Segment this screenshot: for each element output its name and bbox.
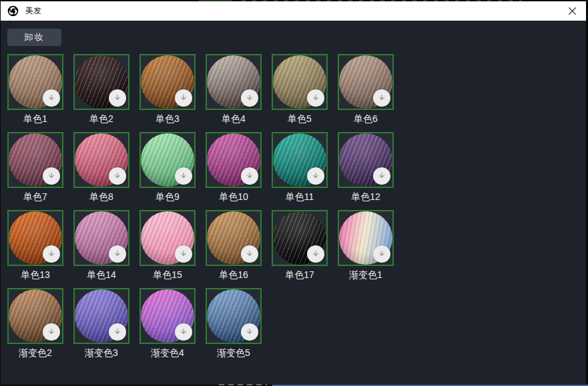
hair-style-tile[interactable] — [139, 288, 196, 344]
hair-style-label: 单色6 — [338, 113, 394, 125]
hair-style-tile[interactable] — [272, 54, 328, 110]
download-button[interactable] — [307, 245, 324, 263]
download-button[interactable] — [43, 245, 60, 263]
download-button[interactable] — [109, 167, 126, 185]
hair-style-label: 单色17 — [272, 269, 328, 281]
hair-style-item[interactable]: 单色10 — [206, 132, 262, 203]
hair-style-tile[interactable] — [7, 54, 63, 110]
hair-style-tile[interactable] — [7, 210, 63, 266]
hair-style-tile[interactable] — [206, 132, 262, 188]
hair-style-tile[interactable] — [139, 132, 196, 188]
download-arrow-icon — [245, 171, 254, 181]
hair-style-item[interactable]: 单色4 — [206, 54, 262, 125]
hair-style-tile[interactable] — [73, 54, 129, 110]
hair-style-item[interactable]: 单色7 — [7, 132, 63, 203]
hair-style-item[interactable]: 渐变色5 — [206, 288, 262, 359]
hair-style-item[interactable]: 渐变色1 — [338, 210, 394, 281]
hair-style-item[interactable]: 单色15 — [139, 210, 196, 281]
dialog-body: 卸妆 单色1 单色2 — [1, 21, 586, 384]
download-button[interactable] — [43, 167, 60, 185]
download-button[interactable] — [109, 89, 126, 107]
hair-style-item[interactable]: 单色12 — [338, 132, 394, 203]
hair-style-item[interactable]: 单色1 — [7, 54, 63, 125]
download-button[interactable] — [175, 245, 192, 263]
download-arrow-icon — [245, 327, 254, 337]
hair-style-label: 单色4 — [206, 113, 262, 125]
download-button[interactable] — [43, 323, 60, 341]
download-button[interactable] — [43, 89, 60, 107]
hair-style-tile[interactable] — [73, 132, 129, 188]
hair-style-tile[interactable] — [206, 210, 262, 266]
hair-style-tile[interactable] — [73, 210, 129, 266]
hair-style-label: 渐变色1 — [338, 269, 394, 281]
hair-style-label: 单色3 — [139, 113, 196, 125]
hair-style-item[interactable]: 单色5 — [272, 54, 328, 125]
hair-style-item[interactable]: 单色6 — [338, 54, 394, 125]
close-button[interactable] — [562, 2, 582, 19]
download-button[interactable] — [241, 323, 258, 341]
download-button[interactable] — [109, 245, 126, 263]
hair-style-label: 渐变色5 — [206, 347, 262, 359]
hair-style-item[interactable]: 单色9 — [139, 132, 196, 203]
hair-style-label: 单色12 — [338, 191, 394, 203]
hair-style-item[interactable]: 单色3 — [139, 54, 196, 125]
hair-style-label: 单色2 — [73, 113, 129, 125]
download-button[interactable] — [373, 245, 390, 263]
hair-style-label: 单色11 — [272, 191, 328, 203]
hair-style-tile[interactable] — [338, 210, 394, 266]
download-arrow-icon — [311, 249, 320, 259]
hair-style-tile[interactable] — [73, 288, 129, 344]
hair-style-label: 渐变色2 — [7, 347, 63, 359]
hair-style-label: 单色14 — [73, 269, 129, 281]
hair-style-tile[interactable] — [139, 54, 196, 110]
hair-style-tile[interactable] — [139, 210, 196, 266]
close-icon — [568, 7, 577, 15]
hair-style-item[interactable]: 渐变色3 — [73, 288, 129, 359]
download-button[interactable] — [373, 89, 390, 107]
hair-style-item[interactable]: 单色2 — [73, 54, 129, 125]
download-button[interactable] — [175, 89, 192, 107]
download-arrow-icon — [113, 249, 122, 259]
hair-style-label: 单色5 — [272, 113, 328, 125]
download-button[interactable] — [241, 89, 258, 107]
download-button[interactable] — [307, 89, 324, 107]
hair-style-item[interactable]: 渐变色2 — [7, 288, 63, 359]
download-arrow-icon — [377, 249, 386, 259]
download-button[interactable] — [241, 245, 258, 263]
download-button[interactable] — [241, 167, 258, 185]
hair-style-tile[interactable] — [338, 132, 394, 188]
obs-logo-icon — [7, 5, 19, 17]
hair-style-item[interactable]: 单色13 — [7, 210, 63, 281]
hair-style-tile[interactable] — [206, 54, 262, 110]
download-arrow-icon — [377, 171, 386, 181]
hair-style-tile[interactable] — [7, 288, 63, 344]
hair-style-label: 单色7 — [7, 191, 63, 203]
hair-style-tile[interactable] — [7, 132, 63, 188]
download-button[interactable] — [307, 167, 324, 185]
download-button[interactable] — [373, 167, 390, 185]
download-button[interactable] — [175, 167, 192, 185]
hair-style-tile[interactable] — [206, 288, 262, 344]
hair-style-item[interactable]: 单色17 — [272, 210, 328, 281]
remove-makeup-button[interactable]: 卸妆 — [7, 29, 61, 46]
hair-style-label: 渐变色3 — [73, 347, 129, 359]
download-button[interactable] — [109, 323, 126, 341]
background-fragment — [219, 384, 267, 385]
hair-style-tile[interactable] — [272, 132, 328, 188]
hair-style-item[interactable]: 单色11 — [272, 132, 328, 203]
hair-style-item[interactable]: 单色16 — [206, 210, 262, 281]
download-arrow-icon — [179, 327, 188, 337]
hair-style-item[interactable]: 单色14 — [73, 210, 129, 281]
hair-style-label: 单色1 — [7, 113, 63, 125]
hair-style-item[interactable]: 单色8 — [73, 132, 129, 203]
dialog-title: 美发 — [25, 5, 41, 17]
hair-style-label: 单色8 — [73, 191, 129, 203]
download-arrow-icon — [47, 93, 56, 103]
hair-style-tile[interactable] — [272, 210, 328, 266]
hair-style-item[interactable]: 渐变色4 — [139, 288, 196, 359]
download-button[interactable] — [175, 323, 192, 341]
download-arrow-icon — [47, 249, 56, 259]
hair-style-label: 单色15 — [139, 269, 196, 281]
download-arrow-icon — [311, 171, 320, 181]
hair-style-tile[interactable] — [338, 54, 394, 110]
